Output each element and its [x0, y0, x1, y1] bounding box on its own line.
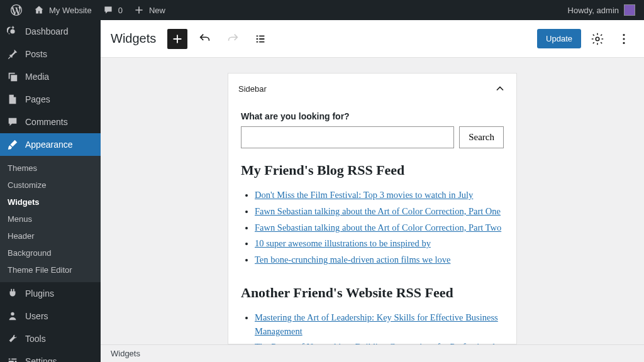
users-icon — [6, 310, 19, 322]
sidebar-widget-area[interactable]: Sidebar What are you looking for? Search… — [228, 73, 517, 344]
menu-users[interactable]: Users — [0, 305, 101, 327]
plugin-icon — [6, 287, 19, 300]
rss-feed-list: Mastering the Art of Leadership: Key Ski… — [241, 311, 504, 344]
menu-tools[interactable]: Tools — [0, 327, 101, 350]
site-link[interactable]: My Website — [28, 0, 97, 20]
menu-comments[interactable]: Comments — [0, 111, 101, 133]
menu-appearance[interactable]: Appearance — [0, 133, 101, 156]
submenu-customize[interactable]: Customize — [0, 177, 101, 194]
submenu-themes[interactable]: Themes — [0, 160, 101, 177]
rss-feed-title: Another Friend's Website RSS Feed — [241, 285, 504, 301]
chevron-up-icon — [494, 82, 506, 95]
comment-icon — [102, 4, 114, 16]
document-outline-button[interactable] — [250, 29, 270, 49]
comments-count: 0 — [118, 6, 123, 15]
brush-icon — [6, 138, 19, 151]
undo-button[interactable] — [195, 29, 215, 49]
svg-point-2 — [596, 37, 599, 41]
svg-point-4 — [623, 38, 625, 40]
settings-icon — [6, 355, 19, 362]
comments-icon — [6, 116, 19, 128]
submenu-header[interactable]: Header — [0, 228, 101, 244]
settings-button[interactable] — [587, 29, 608, 49]
avatar[interactable] — [624, 4, 635, 16]
page-icon — [6, 93, 19, 106]
redo-button[interactable] — [223, 29, 243, 49]
rss-feed-list: Don't Miss the Film Festival: Top 3 movi… — [241, 189, 504, 267]
greeting[interactable]: Howdy, admin — [568, 6, 619, 15]
new-label: New — [149, 6, 165, 15]
appearance-submenu: Themes Customize Widgets Menus Header Ba… — [0, 156, 101, 282]
submenu-widgets[interactable]: Widgets — [0, 194, 101, 211]
rss-link[interactable]: Ten bone-crunching male-driven action fi… — [255, 255, 450, 265]
menu-posts[interactable]: Posts — [0, 43, 101, 65]
panel-header[interactable]: Sidebar — [228, 74, 516, 104]
page-title: Widgets — [111, 31, 156, 46]
menu-media[interactable]: Media — [0, 65, 101, 88]
list-item: Don't Miss the Film Festival: Top 3 movi… — [255, 189, 504, 202]
menu-pages[interactable]: Pages — [0, 88, 101, 111]
rss-link[interactable]: Don't Miss the Film Festival: Top 3 movi… — [255, 190, 473, 200]
media-icon — [6, 70, 19, 83]
svg-point-0 — [11, 312, 14, 315]
plus-icon — [133, 4, 145, 16]
list-item: Ten bone-crunching male-driven action fi… — [255, 253, 504, 267]
submenu-editor[interactable]: Theme File Editor — [0, 261, 101, 278]
list-item: Mastering the Art of Leadership: Key Ski… — [255, 311, 504, 339]
wp-logo[interactable] — [5, 0, 28, 20]
admin-topbar: My Website 0 New Howdy, admin — [0, 0, 644, 20]
site-name: My Website — [49, 6, 92, 15]
tools-icon — [6, 332, 19, 345]
search-button[interactable]: Search — [459, 126, 504, 148]
search-input[interactable] — [241, 126, 454, 148]
svg-point-5 — [623, 41, 625, 43]
menu-plugins[interactable]: Plugins — [0, 282, 101, 305]
submenu-background[interactable]: Background — [0, 244, 101, 261]
breadcrumb-bar: Widgets — [101, 344, 644, 362]
editor-toolbar: Widgets Update — [101, 20, 644, 58]
rss-link[interactable]: Fawn Sebastian talking about the Art of … — [255, 222, 501, 233]
breadcrumb: Widgets — [111, 349, 140, 358]
home-icon — [33, 4, 45, 16]
submenu-menus[interactable]: Menus — [0, 211, 101, 228]
svg-point-3 — [623, 34, 625, 36]
add-block-button[interactable] — [167, 29, 187, 49]
rss-link[interactable]: 10 super awesome illustrations to be ins… — [255, 238, 431, 248]
update-button[interactable]: Update — [537, 29, 581, 48]
pin-icon — [6, 48, 19, 60]
menu-dashboard[interactable]: Dashboard — [0, 20, 101, 43]
panel-title: Sidebar — [238, 84, 267, 94]
admin-sidebar: Dashboard Posts Media Pages Comments App… — [0, 20, 101, 362]
menu-settings[interactable]: Settings — [0, 350, 101, 362]
more-button[interactable] — [614, 29, 634, 49]
rss-link[interactable]: Fawn Sebastian talking about the Art of … — [255, 206, 501, 216]
new-link[interactable]: New — [128, 0, 170, 20]
wordpress-icon — [10, 4, 23, 16]
comments-link[interactable]: 0 — [97, 0, 128, 20]
rss-feed-title: My Friend's Blog RSS Feed — [241, 162, 504, 178]
dashboard-icon — [6, 25, 19, 38]
search-label: What are you looking for? — [241, 111, 504, 121]
rss-link[interactable]: Mastering the Art of Leadership: Key Ski… — [255, 312, 498, 336]
list-item: 10 super awesome illustrations to be ins… — [255, 237, 504, 251]
editor-canvas: Sidebar What are you looking for? Search… — [101, 58, 644, 344]
list-item: Fawn Sebastian talking about the Art of … — [255, 205, 504, 219]
list-item: Fawn Sebastian talking about the Art of … — [255, 221, 504, 235]
